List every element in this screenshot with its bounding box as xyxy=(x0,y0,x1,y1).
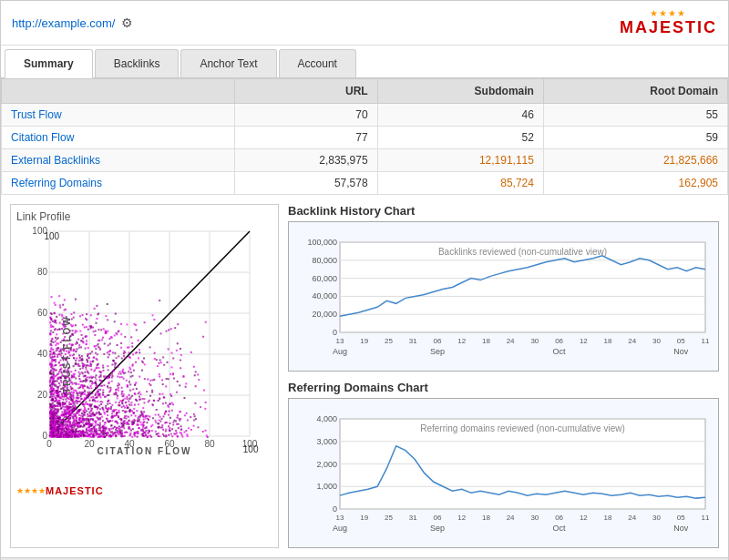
svg-text:24: 24 xyxy=(507,514,515,522)
row-root-domain: 162,905 xyxy=(543,172,727,195)
logo-text: MAJESTIC xyxy=(620,18,717,37)
col-header-root-domain: Root Domain xyxy=(543,79,727,104)
row-url: 2,835,975 xyxy=(234,149,377,172)
svg-text:Sep: Sep xyxy=(430,524,445,533)
tab-account[interactable]: Account xyxy=(279,49,356,77)
svg-text:20,000: 20,000 xyxy=(312,310,337,319)
referring-domains-chart: 4,0003,0002,0001,0000Referring domains r… xyxy=(288,398,719,548)
svg-text:60,000: 60,000 xyxy=(312,274,337,283)
row-root-domain: 21,825,666 xyxy=(543,149,727,172)
logo-bottom-stars: ★★★★ xyxy=(16,486,46,495)
svg-text:06: 06 xyxy=(433,337,441,345)
svg-text:19: 19 xyxy=(360,514,368,522)
referring-domains-section: Referring Domains Chart 4,0003,0002,0001… xyxy=(288,381,719,548)
row-label[interactable]: Referring Domains xyxy=(2,172,235,195)
svg-text:18: 18 xyxy=(482,337,490,345)
table-row: Citation Flow775259 xyxy=(2,127,728,149)
row-url: 70 xyxy=(234,104,377,127)
url-link[interactable]: http://example.com/ xyxy=(12,16,115,30)
row-subdomain: 85,724 xyxy=(377,172,543,195)
svg-text:3,000: 3,000 xyxy=(316,437,337,446)
col-header-url: URL xyxy=(234,79,377,104)
svg-text:0: 0 xyxy=(333,328,337,337)
scatter-canvas xyxy=(26,227,259,459)
col-header-label xyxy=(2,79,235,104)
tab-anchor-text[interactable]: Anchor Text xyxy=(180,49,276,77)
svg-text:Referring domains reviewed (no: Referring domains reviewed (non-cumulati… xyxy=(420,423,625,433)
svg-text:4,000: 4,000 xyxy=(316,414,337,423)
referring-svg: 4,0003,0002,0001,0000Referring domains r… xyxy=(293,402,714,544)
row-subdomain: 12,191,115 xyxy=(377,149,543,172)
svg-text:30: 30 xyxy=(530,337,539,345)
svg-text:12: 12 xyxy=(580,514,588,522)
svg-text:12: 12 xyxy=(457,514,466,522)
gear-icon[interactable]: ⚙ xyxy=(121,15,133,30)
tab-backlinks[interactable]: Backlinks xyxy=(95,49,180,77)
y-axis-label: TRUST FLOW xyxy=(62,315,72,393)
svg-text:30: 30 xyxy=(530,514,539,522)
tabs-bar: Summary Backlinks Anchor Text Account xyxy=(1,46,728,78)
svg-text:Aug: Aug xyxy=(333,524,347,533)
svg-text:11: 11 xyxy=(702,337,710,345)
link-profile-panel: Link Profile 100 TRUST FLOW CITATION FLO… xyxy=(10,204,279,548)
svg-text:06: 06 xyxy=(433,514,441,522)
svg-text:100,000: 100,000 xyxy=(307,238,337,247)
svg-text:05: 05 xyxy=(677,337,685,345)
svg-text:1,000: 1,000 xyxy=(316,482,337,491)
svg-text:24: 24 xyxy=(628,514,636,522)
referring-domains-title: Referring Domains Chart xyxy=(288,381,719,394)
svg-text:Sep: Sep xyxy=(430,347,445,356)
svg-text:Nov: Nov xyxy=(673,524,689,533)
svg-text:25: 25 xyxy=(385,337,393,345)
svg-text:Nov: Nov xyxy=(673,347,689,356)
logo-stars: ★★★★ xyxy=(650,8,686,18)
svg-text:06: 06 xyxy=(555,337,563,345)
svg-text:Oct: Oct xyxy=(553,347,567,356)
backlink-history-section: Backlink History Chart 100,00080,00060,0… xyxy=(288,204,719,372)
col-header-subdomain: Subdomain xyxy=(377,79,543,104)
row-label[interactable]: External Backlinks xyxy=(2,149,235,172)
svg-text:Backlinks reviewed (non-cumula: Backlinks reviewed (non-cumulative view) xyxy=(438,247,607,257)
link-profile-title: Link Profile xyxy=(16,210,272,223)
scatter-chart: 100 TRUST FLOW CITATION FLOW 100 xyxy=(26,227,263,482)
row-label[interactable]: Trust Flow xyxy=(2,104,235,127)
table-row: Trust Flow704655 xyxy=(2,104,728,127)
metrics-table: URL Subdomain Root Domain Trust Flow7046… xyxy=(1,78,728,195)
backlink-svg: 100,00080,00060,00040,00020,0000Backlink… xyxy=(293,226,714,367)
row-root-domain: 59 xyxy=(543,127,727,149)
x-axis-max: 100 xyxy=(243,444,259,454)
svg-text:12: 12 xyxy=(580,337,588,345)
svg-text:05: 05 xyxy=(677,514,685,522)
url-area: http://example.com/ ⚙ xyxy=(12,15,133,30)
tab-summary[interactable]: Summary xyxy=(5,49,93,78)
svg-text:18: 18 xyxy=(604,337,612,345)
svg-text:19: 19 xyxy=(360,337,368,345)
svg-text:13: 13 xyxy=(336,514,344,522)
table-row: Referring Domains57,57885,724162,905 xyxy=(2,172,728,195)
x-axis-label: CITATION FLOW xyxy=(98,446,192,456)
svg-text:24: 24 xyxy=(628,337,636,345)
row-subdomain: 52 xyxy=(377,127,543,149)
row-url: 57,578 xyxy=(234,172,377,195)
row-label[interactable]: Citation Flow xyxy=(2,127,235,149)
svg-text:31: 31 xyxy=(409,514,417,522)
row-subdomain: 46 xyxy=(377,104,543,127)
svg-text:31: 31 xyxy=(409,337,417,345)
table-row: External Backlinks2,835,97512,191,11521,… xyxy=(2,149,728,172)
svg-text:Aug: Aug xyxy=(333,347,347,356)
svg-text:80,000: 80,000 xyxy=(312,256,337,265)
row-url: 77 xyxy=(234,127,377,149)
backlink-history-title: Backlink History Chart xyxy=(288,204,719,218)
svg-text:18: 18 xyxy=(482,514,490,522)
backlink-history-chart: 100,00080,00060,00040,00020,0000Backlink… xyxy=(288,221,719,372)
svg-text:18: 18 xyxy=(604,514,612,522)
main-content: Link Profile 100 TRUST FLOW CITATION FLO… xyxy=(1,195,728,557)
svg-text:11: 11 xyxy=(702,514,710,522)
svg-text:Oct: Oct xyxy=(553,524,567,533)
svg-text:13: 13 xyxy=(336,337,344,345)
svg-text:12: 12 xyxy=(457,337,466,345)
svg-text:06: 06 xyxy=(555,514,563,522)
svg-text:30: 30 xyxy=(652,514,661,522)
svg-text:25: 25 xyxy=(385,514,393,522)
svg-text:0: 0 xyxy=(333,504,337,514)
